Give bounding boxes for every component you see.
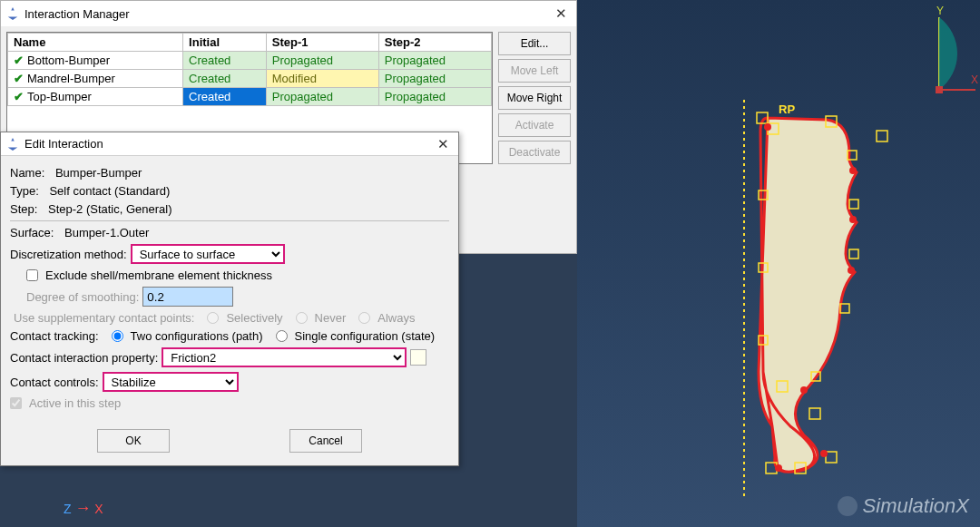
disc-method-select[interactable]: Surface to surface	[131, 244, 285, 264]
y-axis-label: Y	[936, 5, 944, 17]
exclude-thickness-label: Exclude shell/membrane element thickness	[45, 268, 272, 282]
col-step1[interactable]: Step-1	[266, 34, 378, 52]
svg-point-24	[848, 267, 855, 274]
supp-label: Use supplementary contact points:	[14, 311, 194, 325]
cancel-button[interactable]: Cancel	[289, 429, 362, 453]
type-label: Type:	[10, 184, 39, 198]
x-axis-label: X	[94, 502, 103, 516]
close-icon[interactable]: ✕	[552, 5, 571, 22]
viewport[interactable]: Y X RP	[577, 0, 980, 527]
z-axis-label: Z	[64, 502, 72, 516]
col-step2[interactable]: Step-2	[378, 34, 491, 52]
svg-point-27	[775, 464, 782, 472]
svg-point-25	[800, 386, 808, 394]
track-two-radio[interactable]	[112, 330, 123, 342]
exclude-thickness-checkbox[interactable]	[26, 269, 38, 281]
disc-label: Discretization method:	[10, 248, 127, 261]
svg-point-23	[849, 216, 857, 223]
rp-label: RP	[779, 102, 795, 116]
app-icon	[6, 138, 19, 151]
step-label: Step:	[10, 202, 37, 216]
svg-rect-9	[849, 200, 858, 209]
dlg-titlebar[interactable]: Edit Interaction ✕	[1, 132, 458, 156]
surface-value: Bumper-1.Outer	[64, 226, 149, 239]
edit-interaction-dialog: Edit Interaction ✕ Name: Bumper-Bumper T…	[0, 132, 459, 466]
deactivate-button: Deactivate	[498, 141, 571, 164]
svg-point-22	[849, 167, 857, 174]
app-icon	[6, 7, 19, 20]
dlg-title-text: Edit Interaction	[24, 137, 103, 151]
view-triad: Y X	[898, 4, 980, 94]
supp-never-radio	[296, 312, 308, 324]
prop-label: Contact interaction property:	[10, 351, 158, 365]
svg-rect-2	[936, 86, 943, 93]
track-label: Contact tracking:	[10, 329, 99, 343]
smoothing-label: Degree of smoothing:	[26, 290, 139, 304]
move-left-button: Move Left	[498, 59, 571, 83]
supp-selectively-radio	[207, 312, 219, 324]
table-row[interactable]: ✔Bottom-BumperCreatedPropagatedPropagate…	[8, 52, 492, 70]
mgr-title-text: Interaction Manager	[24, 7, 130, 21]
edit-button[interactable]: Edit...	[498, 32, 571, 55]
wechat-icon	[838, 496, 858, 516]
ok-button[interactable]: OK	[97, 429, 170, 453]
create-property-icon[interactable]	[410, 349, 426, 366]
svg-rect-16	[809, 408, 820, 419]
col-name[interactable]: Name	[8, 34, 183, 52]
col-initial[interactable]: Initial	[183, 34, 267, 52]
contact-controls-select[interactable]: Stabilize	[103, 372, 239, 392]
axes-indicator: Z → X	[64, 499, 103, 518]
active-in-step-checkbox	[10, 397, 22, 409]
step-value: Step-2 (Static, General)	[48, 202, 172, 216]
mgr-button-column: Edit... Move Left Move Right Activate De…	[498, 32, 571, 164]
close-icon[interactable]: ✕	[434, 136, 453, 152]
smoothing-input[interactable]	[142, 287, 233, 307]
x-axis-label: X	[971, 73, 978, 86]
track-single-radio[interactable]	[276, 330, 288, 342]
activate-button: Activate	[498, 113, 571, 137]
svg-point-21	[764, 123, 771, 131]
model-shape: RP	[740, 100, 895, 499]
supp-always-radio	[358, 312, 370, 324]
name-value: Bumper-Bumper	[55, 166, 142, 180]
svg-rect-7	[877, 131, 887, 142]
surface-label: Surface:	[10, 226, 54, 239]
svg-rect-10	[849, 249, 858, 259]
table-row[interactable]: ✔Mandrel-BumperCreatedModifiedPropagated	[8, 70, 492, 88]
active-in-step-label: Active in this step	[29, 396, 121, 410]
svg-point-26	[820, 450, 828, 457]
type-value: Self contact (Standard)	[49, 184, 170, 198]
mgr-titlebar[interactable]: Interaction Manager ✕	[1, 1, 576, 26]
arrow-right-icon: →	[74, 499, 91, 517]
move-right-button[interactable]: Move Right	[498, 86, 571, 110]
ctl-label: Contact controls:	[10, 376, 99, 389]
name-label: Name:	[10, 166, 44, 180]
table-row[interactable]: ✔Top-BumperCreatedPropagatedPropagated	[8, 88, 492, 106]
interaction-property-select[interactable]: Friction2	[162, 347, 407, 367]
watermark: SimulationX	[838, 494, 969, 518]
